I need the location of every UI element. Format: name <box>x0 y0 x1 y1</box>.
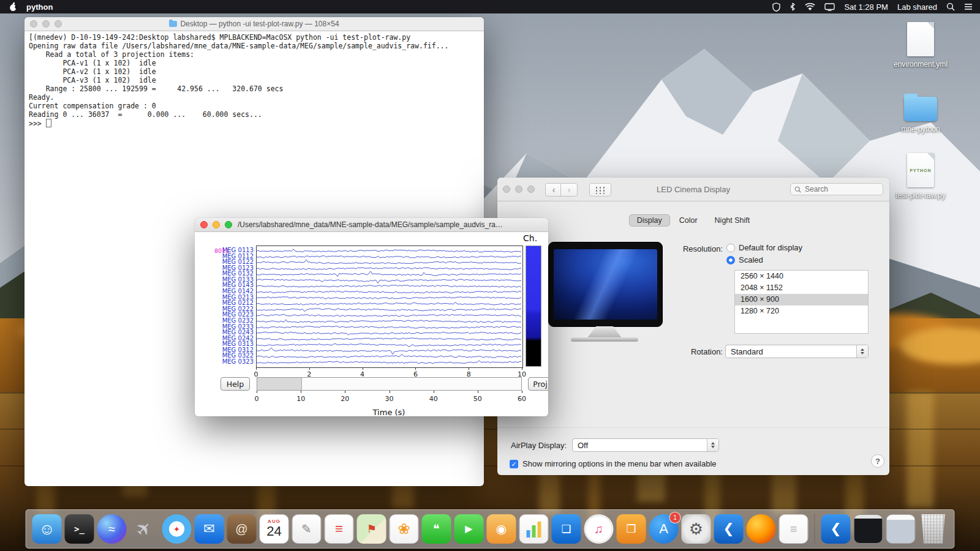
mirroring-checkbox-row[interactable]: ✓ Show mirroring options in the menu bar… <box>510 459 717 468</box>
resolution-list[interactable]: 2560 × 14402048 × 11521600 × 9001280 × 7… <box>734 270 869 334</box>
finder-icon: ☺ <box>32 514 62 544</box>
close-button[interactable] <box>200 221 208 228</box>
dock-item-reminders[interactable]: ≡ <box>325 514 354 544</box>
resolution-option[interactable]: 2048 × 1152 <box>735 282 868 294</box>
back-button[interactable]: ‹ <box>545 183 562 197</box>
bluetooth-icon[interactable] <box>790 2 796 11</box>
dock-item-numbers[interactable] <box>519 514 549 544</box>
checkbox-checked-icon[interactable]: ✓ <box>510 460 518 468</box>
tab-display[interactable]: Display <box>629 214 670 227</box>
channel-scrollbar[interactable] <box>526 246 541 367</box>
dock-item-safari[interactable]: ✦ <box>162 514 192 544</box>
dock-item-launchpad[interactable]: ✈ <box>130 514 159 544</box>
display-mirroring-icon[interactable] <box>824 3 835 11</box>
plot-axes[interactable] <box>256 246 523 368</box>
meg-traces[interactable] <box>257 246 522 367</box>
desktop-icon-test-plot-raw-py[interactable]: PYTHON test-plot-raw.py <box>881 153 960 200</box>
forward-button[interactable]: › <box>560 183 578 197</box>
close-button[interactable] <box>503 186 510 193</box>
apple-menu-icon[interactable] <box>9 2 18 12</box>
wifi-icon[interactable] <box>805 3 815 11</box>
terminal-line: Read a total of 3 projection items: <box>29 50 480 59</box>
dock-item-terminal-window[interactable] <box>854 514 883 544</box>
dock-item-textedit[interactable]: ✎ <box>292 514 322 544</box>
time-scrollbar[interactable] <box>257 377 522 391</box>
minimize-button[interactable] <box>42 20 50 28</box>
dock-item-maps[interactable]: ⚑ <box>357 514 386 544</box>
dock-item-app-store[interactable]: A1 <box>649 514 679 544</box>
minimize-button[interactable] <box>213 221 220 228</box>
minimize-button[interactable] <box>515 186 522 193</box>
notification-center-icon[interactable] <box>964 3 973 10</box>
dock-item-siri[interactable]: ≈ <box>97 514 127 544</box>
radio-scaled[interactable] <box>726 256 735 264</box>
dock-item-contacts[interactable]: @ <box>227 514 257 544</box>
radio-default-label[interactable]: Default for display <box>739 243 802 252</box>
dock-item-system-preferences[interactable]: ⚙ <box>682 514 711 544</box>
dock-item-trash[interactable] <box>919 514 948 544</box>
active-app-name[interactable]: python <box>26 2 53 12</box>
radio-scaled-label[interactable]: Scaled <box>739 255 763 264</box>
system-preferences-window[interactable]: ‹ › LED Cinema Display Display Color Nig… <box>497 178 889 475</box>
channel-label[interactable]: MEG 0323 <box>205 359 254 365</box>
dock-item-mail[interactable]: ✉ <box>195 514 224 544</box>
dock-item-photo-booth[interactable]: ◉ <box>487 514 516 544</box>
proj-button[interactable]: Proj <box>528 377 548 391</box>
dock-item-firefox[interactable] <box>747 514 776 544</box>
airplay-dropdown[interactable]: Off <box>572 438 719 452</box>
resolution-option[interactable]: 2560 × 1440 <box>735 271 868 282</box>
menubar-clock[interactable]: Sat 1:28 PM <box>844 2 888 12</box>
channel-axis-label: Ch. <box>523 233 537 243</box>
firefox-icon <box>747 514 776 544</box>
prefs-tabs: Display Color Night Shift <box>497 214 889 227</box>
mail-icon: ✉ <box>195 514 224 544</box>
zoom-button[interactable] <box>55 20 62 28</box>
mne-plot-window[interactable]: /Users/labshared/mne_data/MNE-sample-dat… <box>195 218 548 416</box>
dock-item-keynote[interactable]: ❏ <box>552 514 581 544</box>
zoom-button[interactable] <box>225 221 232 228</box>
dock-separator <box>815 514 815 544</box>
dock-item-calendar[interactable]: AUG24 <box>260 514 289 544</box>
terminal-output[interactable]: [(mnedev) D-10-19-149-242:Desktop labsha… <box>24 31 484 129</box>
plot-help-button[interactable]: Help <box>221 377 250 391</box>
desktop-icon-mne-python[interactable]: mne-python <box>881 91 960 133</box>
rotation-dropdown[interactable]: Standard <box>725 345 869 358</box>
dock-item-document[interactable]: ≡ <box>779 514 809 544</box>
tab-color[interactable]: Color <box>671 214 706 227</box>
dock-item-vscode-window[interactable]: ❮ <box>821 514 851 544</box>
radio-default-for-display[interactable] <box>726 244 735 252</box>
plot-titlebar[interactable]: /Users/labshared/mne_data/MNE-sample-dat… <box>195 218 548 232</box>
terminal-line: Range : 25800 ... 192599 = 42.956 ... 32… <box>29 84 480 93</box>
resolution-option[interactable]: 980 × 551 <box>735 294 868 305</box>
prefs-toolbar: ‹ › LED Cinema Display <box>497 178 889 201</box>
desktop-icon-environment-yml[interactable]: environment.yml <box>881 22 960 69</box>
menubar-user[interactable]: Lab shared <box>897 2 937 12</box>
dock-item-messages[interactable]: ❝ <box>422 514 451 544</box>
zoom-button[interactable] <box>527 186 535 193</box>
resolution-option[interactable]: 1280 × 720 <box>735 305 868 317</box>
terminal-icon: >_ <box>65 514 94 544</box>
dock-item-photos[interactable]: ❀ <box>390 514 419 544</box>
dock-item-books[interactable]: ❐ <box>617 514 646 544</box>
search-field[interactable] <box>790 183 883 195</box>
safari-glyph: ✦ <box>173 525 180 533</box>
tab-night-shift[interactable]: Night Shift <box>707 214 758 227</box>
axis-tick-label: 0 <box>255 395 259 403</box>
terminal-titlebar[interactable]: Desktop — python -ui test-plot-raw.py — … <box>24 17 484 31</box>
folder-icon <box>904 97 937 121</box>
dock-item-facetime[interactable]: ▶ <box>454 514 484 544</box>
axis-tick-mark <box>345 391 345 393</box>
dock-item-terminal[interactable]: >_ <box>65 514 94 544</box>
spotlight-icon[interactable] <box>946 2 955 11</box>
search-input[interactable] <box>804 184 873 194</box>
shield-icon[interactable] <box>772 2 780 12</box>
dock-item-vscode[interactable]: ❮ <box>714 514 744 544</box>
dock-item-itunes[interactable]: ♫ <box>584 514 614 544</box>
dock-item-finder[interactable]: ☺ <box>32 514 62 544</box>
close-button[interactable] <box>30 20 37 28</box>
show-all-button[interactable] <box>589 183 611 197</box>
time-scrollbar-thumb[interactable] <box>257 378 302 390</box>
dock-item-app-window[interactable] <box>886 514 916 544</box>
help-button[interactable]: ? <box>871 454 884 468</box>
axis-tick-mark <box>522 391 522 393</box>
